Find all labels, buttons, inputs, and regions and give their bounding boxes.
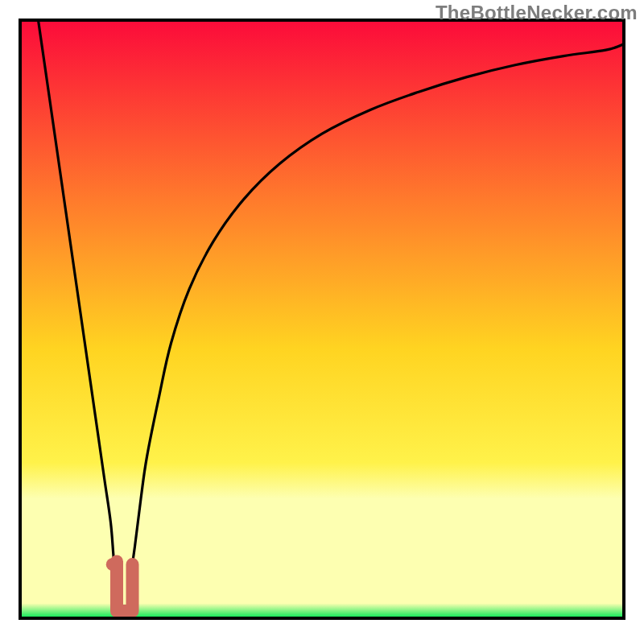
watermark-text: TheBottleNecker.com	[436, 2, 638, 24]
bottleneck-chart	[0, 0, 644, 644]
figure-container: TheBottleNecker.com	[0, 0, 644, 644]
